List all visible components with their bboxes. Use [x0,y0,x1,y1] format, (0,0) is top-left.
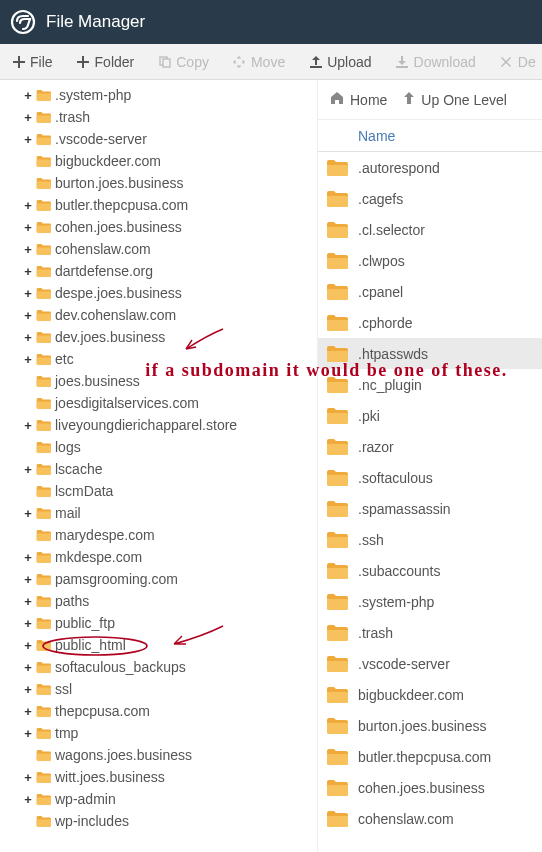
tree-item[interactable]: +tmp [0,722,317,744]
expand-icon[interactable]: + [22,594,34,609]
folder-icon [36,243,51,256]
tree-item[interactable]: +lscache [0,458,317,480]
tree-item[interactable]: +marydespe.com [0,524,317,546]
file-row[interactable]: .cagefs [318,183,542,214]
tree-item[interactable]: +witt.joes.business [0,766,317,788]
home-button[interactable]: Home [330,91,387,108]
tree-item[interactable]: +mail [0,502,317,524]
expand-icon[interactable]: + [22,660,34,675]
copy-button[interactable]: Copy [146,44,221,80]
file-row[interactable]: .cpanel [318,276,542,307]
file-row[interactable]: cohen.joes.business [318,772,542,803]
file-row[interactable]: .pki [318,400,542,431]
expand-icon[interactable]: + [22,220,34,235]
file-row[interactable]: .subaccounts [318,555,542,586]
file-row[interactable]: cohenslaw.com [318,803,542,834]
expand-icon[interactable]: + [22,88,34,103]
file-row[interactable]: .vscode-server [318,648,542,679]
tree-item[interactable]: +joesdigitalservices.com [0,392,317,414]
expand-icon[interactable]: + [22,704,34,719]
file-row[interactable]: .cl.selector [318,214,542,245]
tree-item[interactable]: +dartdefense.org [0,260,317,282]
tree-item[interactable]: +liveyoungdierichapparel.store [0,414,317,436]
file-row[interactable]: .softaculous [318,462,542,493]
tree-item[interactable]: +public_ftp [0,612,317,634]
expand-icon[interactable]: + [22,770,34,785]
tree-item[interactable]: +softaculous_backups [0,656,317,678]
tree-item[interactable]: +cohen.joes.business [0,216,317,238]
expand-icon[interactable]: + [22,110,34,125]
tree-item[interactable]: +etc [0,348,317,370]
file-row[interactable]: .nc_plugin [318,369,542,400]
file-row[interactable]: .clwpos [318,245,542,276]
tree-item[interactable]: +bigbuckdeer.com [0,150,317,172]
delete-button[interactable]: De [488,44,542,80]
tree-item[interactable]: +public_html [0,634,317,656]
file-row[interactable]: .razor [318,431,542,462]
expand-icon[interactable]: + [22,330,34,345]
tree-item[interactable]: +dev.cohenslaw.com [0,304,317,326]
expand-icon[interactable]: + [22,132,34,147]
expand-icon[interactable]: + [22,638,34,653]
new-file-button[interactable]: File [0,44,65,80]
file-row[interactable]: burton.joes.business [318,710,542,741]
file-row[interactable]: .trash [318,617,542,648]
new-folder-button[interactable]: Folder [65,44,147,80]
expand-icon[interactable]: + [22,286,34,301]
folder-icon [36,155,51,168]
file-row[interactable]: bigbuckdeer.com [318,679,542,710]
file-row[interactable]: .cphorde [318,307,542,338]
up-one-level-button[interactable]: Up One Level [403,91,507,108]
file-row[interactable]: .htpasswds [318,338,542,369]
tree-item[interactable]: +logs [0,436,317,458]
expand-icon[interactable]: + [22,726,34,741]
expand-icon[interactable]: + [22,242,34,257]
tree-item[interactable]: +.system-php [0,84,317,106]
expand-icon[interactable]: + [22,572,34,587]
expand-icon[interactable]: + [22,792,34,807]
folder-tree-scroll[interactable]: +.system-php+.trash+.vscode-server+bigbu… [0,80,317,852]
tree-item[interactable]: +.trash [0,106,317,128]
tree-item-label: cohen.joes.business [55,219,182,235]
file-row[interactable]: .system-php [318,586,542,617]
tree-item[interactable]: +dev.joes.business [0,326,317,348]
tree-item[interactable]: +wp-admin [0,788,317,810]
tree-item[interactable]: +paths [0,590,317,612]
file-row[interactable]: .spamassassin [318,493,542,524]
download-button[interactable]: Download [384,44,488,80]
folder-icon [326,562,348,580]
expand-icon[interactable]: + [22,418,34,433]
tree-item[interactable]: +.vscode-server [0,128,317,150]
file-list[interactable]: .autorespond.cagefs.cl.selector.clwpos.c… [318,152,542,852]
file-row[interactable]: .ssh [318,524,542,555]
tree-item[interactable]: +wp-includes [0,810,317,832]
expand-icon[interactable]: + [22,308,34,323]
move-button[interactable]: Move [221,44,297,80]
plus-icon [12,55,25,68]
expand-icon[interactable]: + [22,264,34,279]
file-row[interactable]: .autorespond [318,152,542,183]
expand-icon[interactable]: + [22,506,34,521]
expand-icon[interactable]: + [22,462,34,477]
expand-icon[interactable]: + [22,352,34,367]
upload-button[interactable]: Upload [297,44,383,80]
expand-icon[interactable]: + [22,616,34,631]
tree-item[interactable]: +wagons.joes.business [0,744,317,766]
expand-icon[interactable]: + [22,682,34,697]
tree-item[interactable]: +pamsgrooming.com [0,568,317,590]
tree-item-label: bigbuckdeer.com [55,153,161,169]
tree-item[interactable]: +cohenslaw.com [0,238,317,260]
tree-item[interactable]: +thepcpusa.com [0,700,317,722]
tree-item[interactable]: +butler.thepcpusa.com [0,194,317,216]
tree-item[interactable]: +joes.business [0,370,317,392]
tree-item[interactable]: +burton.joes.business [0,172,317,194]
folder-icon [36,221,51,234]
name-column-header[interactable]: Name [354,128,542,144]
tree-item[interactable]: +mkdespe.com [0,546,317,568]
tree-item[interactable]: +ssl [0,678,317,700]
tree-item[interactable]: +lscmData [0,480,317,502]
expand-icon[interactable]: + [22,550,34,565]
expand-icon[interactable]: + [22,198,34,213]
tree-item[interactable]: +despe.joes.business [0,282,317,304]
file-row[interactable]: butler.thepcpusa.com [318,741,542,772]
